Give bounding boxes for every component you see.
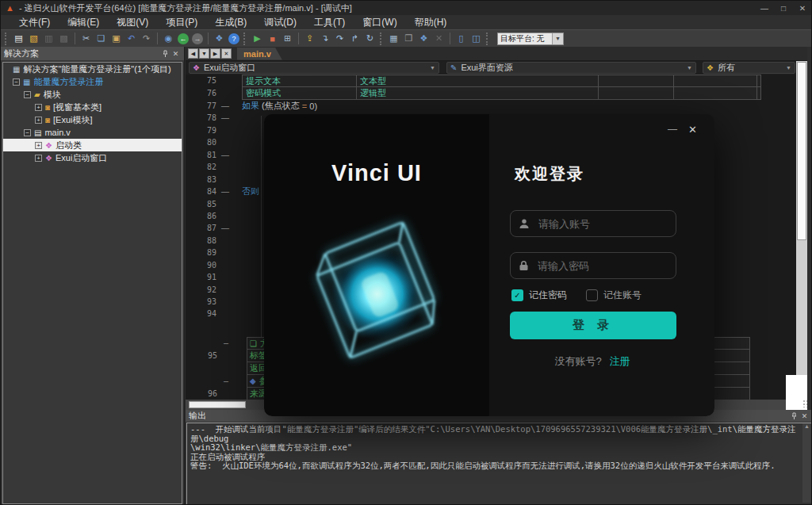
table-cell[interactable] bbox=[674, 87, 757, 100]
password-field[interactable] bbox=[510, 252, 676, 279]
password-input[interactable] bbox=[536, 259, 655, 273]
minimize-button[interactable]: — bbox=[759, 4, 770, 13]
expand-icon[interactable]: + bbox=[35, 117, 42, 124]
run-icon[interactable]: ▶ bbox=[251, 32, 264, 45]
nav-forward-icon[interactable]: → bbox=[192, 33, 203, 44]
restart-icon[interactable]: ↻ bbox=[363, 32, 377, 45]
remember-account-checkbox[interactable] bbox=[586, 289, 598, 301]
tree-row-4[interactable]: +◙[Exui模块] bbox=[3, 113, 182, 126]
tree-row-7[interactable]: +❖Exui启动窗口 bbox=[3, 151, 182, 164]
table-cell[interactable] bbox=[674, 75, 757, 87]
step-over-icon[interactable]: ↷ bbox=[333, 32, 347, 45]
close-panel-icon[interactable]: ✕ bbox=[170, 48, 181, 59]
menu-item-0[interactable]: 文件(F) bbox=[10, 15, 59, 29]
pin-icon[interactable] bbox=[160, 48, 170, 59]
menu-item-7[interactable]: 窗口(W) bbox=[354, 15, 405, 29]
docs-icon[interactable]: ❖ bbox=[213, 32, 226, 45]
preview-icon[interactable]: ◫ bbox=[469, 32, 483, 45]
menu-item-4[interactable]: 生成(B) bbox=[206, 15, 255, 29]
paste-icon[interactable]: ▣ bbox=[109, 32, 123, 45]
tree-row-3[interactable]: +◙[视窗基本类] bbox=[3, 101, 182, 113]
filter-select-combo[interactable]: ❖ 所有 ▼ bbox=[703, 62, 795, 74]
account-input[interactable] bbox=[537, 217, 656, 231]
expand-icon[interactable]: + bbox=[35, 155, 42, 162]
vertical-scrollbar-thumb[interactable] bbox=[797, 62, 806, 240]
package-icon[interactable]: ❖ bbox=[417, 32, 431, 45]
login-button[interactable]: 登 录 bbox=[510, 312, 676, 339]
breakpoint-gutter[interactable]: — bbox=[221, 149, 242, 161]
expand-icon[interactable]: + bbox=[35, 104, 42, 111]
menu-item-5[interactable]: 调试(D) bbox=[255, 15, 305, 29]
tab-main-v[interactable]: main.v bbox=[237, 48, 282, 60]
collapse-icon[interactable]: − bbox=[13, 78, 20, 86]
tab-scroll-right-icon[interactable]: ▶ bbox=[210, 48, 220, 59]
form-designer-icon[interactable]: ▯ bbox=[454, 32, 468, 45]
new-file-icon[interactable]: ▤ bbox=[12, 32, 25, 45]
output-scrollbar[interactable]: ▲ bbox=[802, 423, 811, 503]
close-button[interactable]: ✕ bbox=[797, 4, 808, 13]
solution-panel: 解决方案 ✕ ▦解决方案"能量魔方登录注册"(1个项目)−▦能量魔方登录注册−▰… bbox=[1, 47, 185, 505]
dialog-close-button[interactable]: ✕ bbox=[688, 124, 697, 136]
tree-row-5[interactable]: −▤main.v bbox=[3, 126, 182, 139]
remember-password-checkbox[interactable]: ✓ bbox=[511, 289, 523, 301]
breakpoint-gutter[interactable]: — bbox=[221, 112, 242, 124]
undo-icon[interactable]: ↶ bbox=[124, 32, 138, 45]
tab-close-icon[interactable]: ✕ bbox=[221, 48, 232, 59]
collapse-icon[interactable]: − bbox=[24, 129, 31, 136]
rebuild-icon[interactable]: ❒ bbox=[402, 32, 416, 45]
table-cell[interactable] bbox=[757, 75, 761, 87]
open-folder-icon[interactable]: ▧ bbox=[27, 32, 40, 45]
menu-item-3[interactable]: 项目(P) bbox=[157, 15, 206, 29]
breakpoint-gutter[interactable]: — bbox=[221, 222, 242, 234]
step-out-icon[interactable]: ↱ bbox=[348, 32, 362, 45]
account-field[interactable] bbox=[510, 210, 676, 237]
table-cell[interactable]: 提示文本 bbox=[242, 75, 357, 87]
tree-row-6[interactable]: +❖启动类 bbox=[3, 139, 182, 151]
table-cell[interactable] bbox=[757, 87, 761, 100]
cut-icon[interactable]: ✂ bbox=[79, 32, 93, 45]
help-icon[interactable]: ? bbox=[228, 33, 239, 44]
stop-icon[interactable]: ■ bbox=[266, 32, 279, 45]
table-cell[interactable]: 密码模式 bbox=[242, 87, 357, 100]
pause-icon[interactable]: ⇪ bbox=[303, 32, 316, 45]
code-line[interactable]: 77—如果 (焦点状态 = 0) bbox=[186, 100, 796, 112]
tab-nav-buttons: ◀▼▶✕ bbox=[188, 48, 232, 59]
breakpoint-gutter[interactable]: — bbox=[221, 186, 242, 197]
tree-row-2[interactable]: −▰模块 bbox=[3, 88, 182, 101]
close-panel-icon[interactable]: ✕ bbox=[799, 411, 810, 421]
object-select-combo[interactable]: ❖ Exui启动窗口 ▼ bbox=[189, 62, 439, 74]
table-cell[interactable] bbox=[599, 75, 674, 87]
nav-back-icon[interactable]: ← bbox=[178, 33, 189, 44]
maximize-button[interactable]: □ bbox=[778, 4, 789, 13]
tree-row-1[interactable]: −▦能量魔方登录注册 bbox=[3, 75, 182, 88]
tree-row-0[interactable]: ▦解决方案"能量魔方登录注册"(1个项目) bbox=[3, 63, 182, 75]
expand-icon[interactable]: + bbox=[35, 142, 42, 149]
vertical-scrollbar[interactable] bbox=[796, 61, 807, 375]
resource-select-combo[interactable]: ✎ Exui界面资源 ▼ bbox=[446, 62, 696, 74]
build-icon[interactable]: ▦ bbox=[387, 32, 400, 45]
horizontal-scrollbar-thumb[interactable] bbox=[189, 401, 246, 408]
copy-icon[interactable]: ❏ bbox=[94, 32, 108, 45]
line-number: 95 bbox=[208, 351, 217, 360]
find-icon[interactable]: ◉ bbox=[162, 32, 175, 45]
register-link[interactable]: 注册 bbox=[609, 355, 630, 367]
tab-list-icon[interactable]: ▼ bbox=[199, 48, 209, 59]
attach-debugger-icon[interactable]: ⊞ bbox=[281, 32, 294, 45]
tab-scroll-left-icon[interactable]: ◀ bbox=[188, 48, 198, 59]
table-cell[interactable]: 文本型 bbox=[357, 75, 599, 87]
redo-icon[interactable]: ↷ bbox=[140, 32, 153, 45]
table-cell[interactable]: 逻辑型 bbox=[357, 87, 599, 100]
step-into-icon[interactable]: ↴ bbox=[318, 32, 331, 45]
menu-item-1[interactable]: 编辑(E) bbox=[59, 15, 108, 29]
collapse-icon[interactable]: − bbox=[24, 91, 31, 98]
table-cell[interactable] bbox=[599, 87, 674, 100]
menu-item-6[interactable]: 工具(T) bbox=[305, 15, 354, 29]
breakpoint-gutter[interactable]: — bbox=[221, 100, 242, 112]
scroll-up-icon[interactable]: ▲ bbox=[804, 423, 810, 429]
menu-item-8[interactable]: 帮助(H) bbox=[406, 15, 456, 29]
dialog-minimize-button[interactable]: — bbox=[668, 124, 677, 136]
menu-item-2[interactable]: 视图(V) bbox=[108, 15, 157, 29]
output-log[interactable]: --- 开始调试当前项目"能量魔方登录注册"编译后的结果文件"C:\Users\… bbox=[186, 423, 812, 505]
pin-icon[interactable] bbox=[789, 411, 799, 421]
target-platform-combo[interactable]: 目标平台: 无▼ bbox=[497, 33, 564, 45]
